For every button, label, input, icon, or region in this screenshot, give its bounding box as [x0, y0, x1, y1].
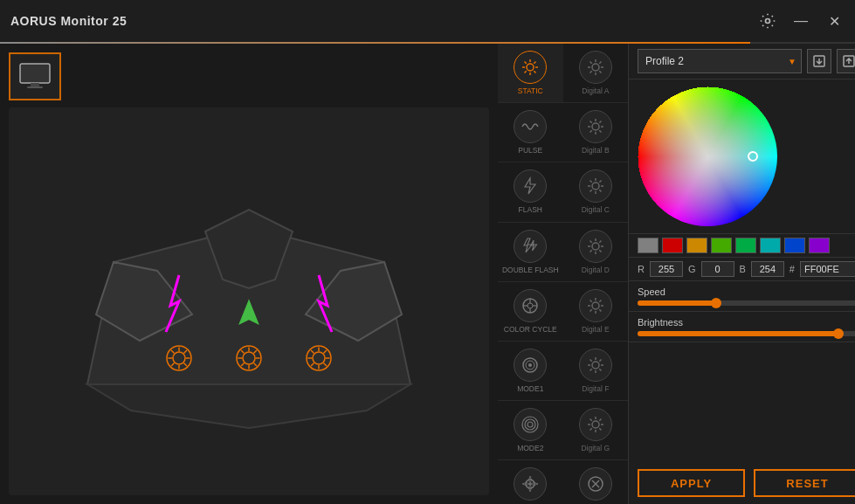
swatch-red[interactable] — [662, 238, 683, 253]
settings-button[interactable] — [757, 10, 778, 31]
svg-point-0 — [766, 19, 770, 24]
minimize-button[interactable]: — — [790, 10, 811, 31]
svg-line-29 — [599, 121, 601, 123]
mode-item-pulse[interactable]: PULSE — [498, 103, 563, 162]
svg-line-10 — [534, 71, 536, 72]
digital-icon-digital-f — [579, 349, 612, 382]
digital-icon-digital-b — [579, 110, 612, 143]
svg-line-36 — [590, 181, 591, 183]
mode-item-colorcycle[interactable]: COLOR CYCLE — [498, 282, 563, 341]
mode-item-mode1[interactable]: MODE1 — [498, 342, 563, 400]
svg-line-37 — [599, 190, 601, 192]
monitor-preview — [9, 107, 489, 495]
reset-button[interactable]: RESET — [754, 469, 855, 497]
digital-item-digital-a[interactable]: Digital A — [563, 44, 629, 102]
device-icon[interactable] — [9, 52, 61, 100]
svg-line-21 — [590, 71, 591, 72]
svg-line-38 — [599, 181, 601, 183]
svg-point-55 — [592, 302, 599, 309]
color-section — [629, 79, 855, 234]
mode-row: DOUBLE FLASHDigital D — [498, 223, 628, 282]
digital-label-digital-c: Digital C — [582, 205, 610, 214]
swatch-blue[interactable] — [784, 238, 805, 253]
mode-row: FLASHDigital C — [498, 162, 628, 222]
hex-input[interactable] — [800, 261, 855, 277]
svg-line-39 — [590, 190, 591, 192]
speed-thumb[interactable] — [711, 298, 721, 308]
brightness-slider[interactable] — [638, 331, 855, 336]
svg-line-12 — [525, 71, 527, 72]
digital-icon-digital-g — [579, 408, 612, 441]
svg-line-60 — [590, 300, 591, 301]
mode-row: MODE2Digital G — [498, 401, 628, 460]
color-wheel[interactable] — [638, 86, 777, 226]
svg-line-18 — [590, 62, 591, 64]
svg-rect-1 — [20, 64, 50, 83]
digital-icon-digital-d — [579, 230, 612, 263]
mode-item-mode2[interactable]: MODE2 — [498, 401, 563, 459]
r-input[interactable] — [650, 261, 683, 277]
svg-line-27 — [590, 121, 591, 123]
profile-select[interactable]: Profile 2 Profile 1 Profile 3 — [638, 49, 802, 73]
b-input[interactable] — [751, 261, 784, 277]
g-input[interactable] — [701, 261, 734, 277]
mode-row: MODE3OFF — [498, 460, 628, 504]
digital-icon-off — [579, 467, 612, 501]
rgb-row: R G B # — [629, 258, 855, 281]
mode-icon-mode2 — [514, 408, 547, 441]
svg-line-48 — [590, 250, 591, 252]
digital-item-digital-d[interactable]: Digital D — [563, 223, 629, 281]
digital-icon-digital-e — [579, 289, 612, 322]
svg-point-77 — [525, 419, 535, 430]
speed-label: Speed — [638, 287, 855, 297]
speed-slider[interactable] — [638, 300, 855, 306]
close-button[interactable]: ✕ — [824, 10, 845, 31]
digital-item-digital-b[interactable]: Digital B — [563, 103, 629, 162]
mode-label-flash: FLASH — [519, 205, 542, 214]
mode-icon-doubleflash — [514, 230, 547, 263]
digital-item-digital-e[interactable]: Digital E — [563, 282, 629, 341]
mode-label-mode1: MODE1 — [517, 384, 543, 393]
r-label: R — [638, 264, 645, 274]
import-button[interactable] — [807, 49, 831, 73]
mode-item-static[interactable]: STATIC — [498, 44, 563, 102]
apply-button[interactable]: APPLY — [638, 469, 745, 497]
swatch-teal[interactable] — [735, 238, 756, 253]
svg-line-73 — [599, 369, 601, 370]
brightness-thumb[interactable] — [833, 328, 844, 339]
mode-row: COLOR CYCLEDigital E — [498, 282, 628, 342]
swatch-cyan[interactable] — [760, 238, 781, 253]
svg-line-74 — [599, 359, 601, 361]
svg-line-46 — [599, 250, 601, 252]
svg-line-28 — [599, 130, 601, 132]
svg-line-86 — [599, 419, 601, 421]
mode-item-doubleflash[interactable]: DOUBLE FLASH — [498, 223, 563, 281]
mode-icon-colorcycle — [514, 289, 547, 322]
digital-item-digital-g[interactable]: Digital G — [563, 401, 629, 459]
mode-row: STATICDigital A — [498, 44, 628, 103]
swatch-gray[interactable] — [638, 238, 658, 253]
mode-item-mode3[interactable]: MODE3 — [498, 460, 563, 504]
svg-point-13 — [592, 64, 599, 71]
digital-item-off[interactable]: OFF — [563, 460, 629, 504]
digital-item-digital-c[interactable]: Digital C — [563, 162, 629, 221]
digital-item-digital-f[interactable]: Digital F — [563, 342, 629, 400]
mode-row: MODE1Digital F — [498, 342, 628, 401]
main-layout: STATICDigital APULSEDigital BFLASHDigita… — [0, 44, 855, 504]
svg-line-87 — [590, 428, 591, 430]
svg-line-62 — [599, 300, 601, 301]
export-button[interactable] — [837, 49, 855, 73]
profile-row: Profile 2 Profile 1 Profile 3 ▼ — [629, 44, 855, 79]
swatch-orange[interactable] — [686, 238, 707, 253]
svg-point-67 — [592, 362, 599, 369]
svg-point-50 — [527, 303, 533, 308]
color-swatches — [629, 234, 855, 258]
swatch-purple[interactable] — [809, 238, 830, 253]
svg-line-11 — [534, 62, 536, 64]
mode-item-flash[interactable]: FLASH — [498, 162, 563, 221]
digital-icon-digital-c — [579, 169, 612, 203]
swatch-green[interactable] — [711, 238, 732, 253]
svg-line-20 — [599, 62, 601, 64]
svg-line-9 — [525, 62, 527, 64]
mode-icon-pulse — [514, 110, 547, 143]
